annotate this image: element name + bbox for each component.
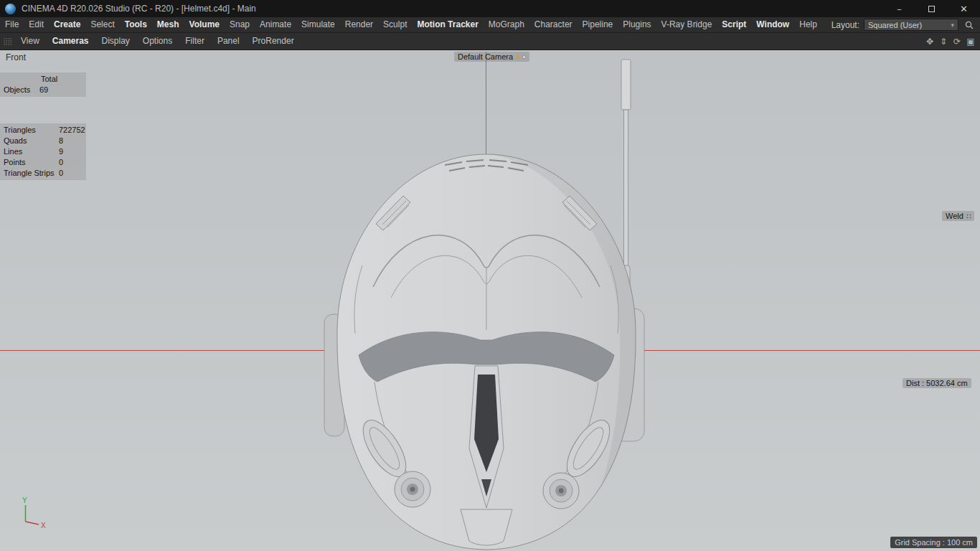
- stats-row: Lines 9: [4, 146, 86, 157]
- chevron-down-icon: ▾: [951, 22, 954, 29]
- minimize-button[interactable]: –: [883, 0, 915, 17]
- stats-row: Triangles 722752: [4, 125, 86, 136]
- camera-dot-icon: [522, 55, 526, 59]
- menu-item-sculpt[interactable]: Sculpt: [378, 17, 412, 32]
- stat-value: 9: [59, 146, 63, 157]
- stat-value: 8: [59, 136, 63, 146]
- maximize-button[interactable]: [915, 0, 948, 17]
- close-icon: ✕: [960, 4, 968, 14]
- stat-value: 0: [59, 157, 63, 168]
- menu-item-motion-tracker[interactable]: Motion Tracker: [412, 17, 483, 32]
- axis-gizmo: Y X: [22, 496, 46, 529]
- menu-item-render[interactable]: Render: [340, 17, 378, 32]
- axis-x-label: X: [41, 522, 46, 529]
- weld-icon: ∷: [966, 212, 971, 220]
- stats-row: Objects 69: [4, 85, 86, 95]
- layout-dropdown-value: Squared (User): [868, 21, 922, 29]
- active-camera-badge[interactable]: Default Camera: [454, 52, 529, 62]
- menu-item-snap[interactable]: Snap: [225, 17, 255, 32]
- minimize-icon: –: [897, 4, 902, 14]
- menu-item-plugins[interactable]: Plugins: [618, 17, 656, 32]
- close-button[interactable]: ✕: [948, 0, 980, 17]
- viewmenu-item-view[interactable]: View: [14, 33, 46, 50]
- stat-label: Triangles: [4, 125, 59, 136]
- viewmenu-item-options[interactable]: Options: [136, 33, 179, 50]
- main-menu-bar: File Edit Create Select Tools Mesh Volum…: [0, 17, 980, 33]
- distance-label: Dist : 5032.64 cm: [906, 379, 968, 387]
- rotate-icon[interactable]: ⟳: [951, 36, 963, 47]
- stat-label: Triangle Strips: [4, 168, 59, 179]
- menu-item-help[interactable]: Help: [794, 17, 822, 32]
- menu-item-character[interactable]: Character: [529, 17, 578, 32]
- menu-item-mesh[interactable]: Mesh: [152, 17, 184, 32]
- stat-label: Objects: [4, 85, 39, 95]
- menu-item-volume[interactable]: Volume: [184, 17, 225, 32]
- maximize-icon: [928, 6, 935, 12]
- stats-row: Points 0: [4, 157, 86, 168]
- app-window: CINEMA 4D R20.026 Studio (RC - R20) - [H…: [0, 0, 980, 551]
- viewport-menu-bar: ⣿⣿ View Cameras Display Options Filter P…: [0, 33, 980, 50]
- stat-value: 0: [59, 168, 63, 179]
- stat-value: 69: [39, 85, 48, 95]
- toggle-view-icon[interactable]: ▣: [965, 36, 976, 47]
- title-bar: CINEMA 4D R20.026 Studio (RC - R20) - [H…: [0, 0, 980, 17]
- stat-label: Quads: [4, 136, 59, 146]
- menu-item-script[interactable]: Script: [717, 17, 751, 32]
- camera-dot-icon: [516, 55, 519, 59]
- menu-item-animate[interactable]: Animate: [255, 17, 296, 32]
- layout-label: Layout:: [831, 20, 859, 30]
- zoom-icon[interactable]: ⇕: [938, 36, 949, 47]
- tool-hint-label: Weld: [946, 212, 963, 220]
- stat-value: 722752: [59, 125, 85, 136]
- distance-badge: Dist : 5032.64 cm: [903, 378, 971, 388]
- stats-total-header: Total: [4, 74, 57, 85]
- layout-dropdown[interactable]: Squared (User) ▾: [864, 19, 958, 31]
- view-name-label: Front: [6, 52, 26, 62]
- viewmenu-item-prorender[interactable]: ProRender: [246, 33, 301, 50]
- menu-item-simulate[interactable]: Simulate: [296, 17, 340, 32]
- menu-item-tools[interactable]: Tools: [120, 17, 152, 32]
- stats-geometry-block: Triangles 722752 Quads 8 Lines 9 Points …: [0, 123, 86, 180]
- stats-row: Quads 8: [4, 136, 86, 146]
- grip-icon[interactable]: ⣿⣿: [0, 37, 14, 45]
- helmet-model[interactable]: [324, 60, 644, 550]
- stat-label: Points: [4, 157, 59, 168]
- grid-spacing-badge: Grid Spacing : 100 cm: [890, 537, 977, 548]
- search-icon: [964, 20, 974, 30]
- menu-item-window[interactable]: Window: [751, 17, 794, 32]
- menu-item-file[interactable]: File: [0, 17, 24, 32]
- stat-label: Lines: [4, 146, 59, 157]
- search-button[interactable]: [963, 19, 976, 32]
- tool-hint-badge: Weld ∷: [942, 211, 974, 221]
- layout-area: Layout: Squared (User) ▾: [831, 19, 980, 32]
- stats-total-block: Total Objects 69: [0, 72, 86, 97]
- pan-icon[interactable]: ✥: [924, 36, 936, 47]
- menu-item-create[interactable]: Create: [49, 17, 85, 32]
- menu-item-select[interactable]: Select: [85, 17, 119, 32]
- menu-item-v-ray-bridge[interactable]: V-Ray Bridge: [656, 17, 717, 32]
- viewport-nav-icons: ✥ ⇕ ⟳ ▣: [924, 36, 980, 47]
- stats-row: Triangle Strips 0: [4, 168, 86, 179]
- active-camera-label: Default Camera: [458, 52, 513, 61]
- viewport-3d-scene[interactable]: Y X: [0, 50, 980, 551]
- window-title: CINEMA 4D R20.026 Studio (RC - R20) - [H…: [22, 4, 256, 14]
- grid-spacing-label: Grid Spacing : 100 cm: [895, 538, 973, 547]
- viewmenu-item-panel[interactable]: Panel: [211, 33, 246, 50]
- menu-item-mograph[interactable]: MoGraph: [484, 17, 529, 32]
- viewport-canvas[interactable]: Y X Front Default Camera Total Objects 6…: [0, 50, 980, 551]
- axis-y-label: Y: [22, 496, 27, 504]
- menu-item-pipeline[interactable]: Pipeline: [578, 17, 618, 32]
- window-controls: – ✕: [883, 0, 980, 17]
- viewmenu-item-display[interactable]: Display: [95, 33, 136, 50]
- viewmenu-item-cameras[interactable]: Cameras: [46, 33, 95, 50]
- viewmenu-item-filter[interactable]: Filter: [179, 33, 211, 50]
- app-logo-icon: [5, 4, 16, 14]
- menu-item-edit[interactable]: Edit: [24, 17, 49, 32]
